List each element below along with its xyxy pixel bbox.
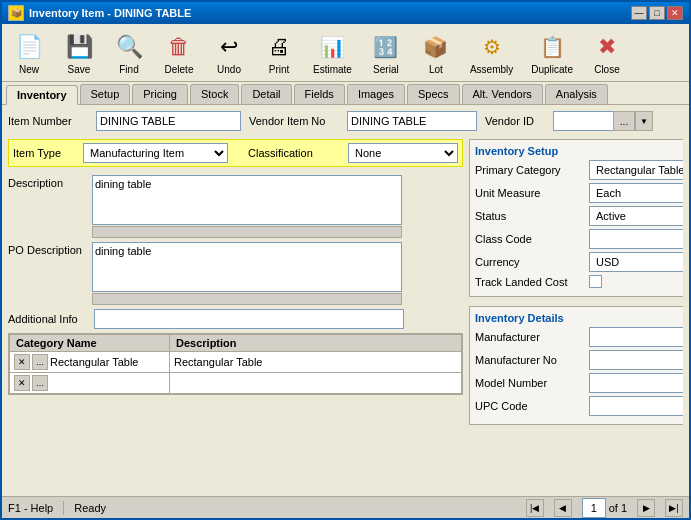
- nav-last-button[interactable]: ▶|: [665, 499, 683, 517]
- primary-category-select[interactable]: Rectangular Table: [589, 160, 683, 180]
- close-window-button[interactable]: ✕: [667, 6, 683, 20]
- description-area: Description dining table: [8, 175, 463, 238]
- assembly-button[interactable]: ⚙ Assembly: [463, 28, 520, 78]
- tab-pricing[interactable]: Pricing: [132, 84, 188, 104]
- currency-select[interactable]: USD: [589, 252, 683, 272]
- delete-button[interactable]: 🗑 Delete: [156, 28, 202, 78]
- category-row-0-dots-button[interactable]: ...: [32, 354, 48, 370]
- nav-first-button[interactable]: |◀: [526, 499, 544, 517]
- category-row-1-description: [170, 373, 462, 394]
- find-button[interactable]: 🔍 Find: [106, 28, 152, 78]
- track-landed-cost-checkbox[interactable]: [589, 275, 602, 288]
- status-row: Status Active Inactive: [475, 206, 683, 226]
- vendor-id-dots-button[interactable]: ...: [613, 111, 635, 131]
- page-total: 1: [621, 502, 627, 514]
- class-code-label: Class Code: [475, 233, 585, 245]
- item-number-label: Item Number: [8, 115, 88, 127]
- category-row-1-delete-button[interactable]: ✕: [14, 375, 30, 391]
- po-description-area: PO Description dining table: [8, 242, 463, 305]
- manufacturer-input[interactable]: [589, 327, 683, 347]
- category-row-1: ✕ ...: [10, 373, 462, 394]
- tab-alt-vendors[interactable]: Alt. Vendors: [462, 84, 543, 104]
- status-select[interactable]: Active Inactive: [589, 206, 683, 226]
- tab-inventory[interactable]: Inventory: [6, 85, 78, 105]
- tab-detail[interactable]: Detail: [241, 84, 291, 104]
- category-row-0-name-cell: ✕ ... Rectangular Table: [10, 352, 170, 373]
- tab-images[interactable]: Images: [347, 84, 405, 104]
- description-scrollbar[interactable]: [92, 226, 402, 238]
- category-row-1-dots-button[interactable]: ...: [32, 375, 48, 391]
- duplicate-button[interactable]: 📋 Duplicate: [524, 28, 580, 78]
- right-panel: Inventory Setup Primary Category Rectang…: [469, 139, 683, 490]
- item-type-select[interactable]: Manufacturing Item Non-Inventory Service…: [83, 143, 228, 163]
- upc-code-label: UPC Code: [475, 400, 585, 412]
- find-icon: 🔍: [113, 31, 145, 63]
- estimate-button[interactable]: 📊 Estimate: [306, 28, 359, 78]
- description-col-header: Description: [170, 335, 462, 352]
- category-table: Category Name Description ✕ ...: [9, 334, 462, 394]
- category-row-0-delete-button[interactable]: ✕: [14, 354, 30, 370]
- lot-button[interactable]: 📦 Lot: [413, 28, 459, 78]
- class-code-input[interactable]: [589, 229, 683, 249]
- vendor-item-no-label: Vendor Item No: [249, 115, 339, 127]
- status-label: Status: [475, 210, 585, 222]
- nav-next-button[interactable]: ▶: [637, 499, 655, 517]
- lot-label: Lot: [429, 64, 443, 75]
- nav-prev-button[interactable]: ◀: [554, 499, 572, 517]
- help-text: F1 - Help: [8, 502, 53, 514]
- po-description-label: PO Description: [8, 242, 88, 256]
- manufacturer-group: ... ▼: [589, 327, 683, 347]
- print-button[interactable]: 🖨 Print: [256, 28, 302, 78]
- tab-specs[interactable]: Specs: [407, 84, 460, 104]
- tab-setup[interactable]: Setup: [80, 84, 131, 104]
- item-type-row: Item Type Manufacturing Item Non-Invento…: [8, 139, 463, 167]
- category-row-0-buttons: ✕ ... Rectangular Table: [14, 354, 165, 370]
- model-number-label: Model Number: [475, 377, 585, 389]
- new-label: New: [19, 64, 39, 75]
- manufacturer-no-input[interactable]: [589, 350, 683, 370]
- po-description-scrollbar[interactable]: [92, 293, 402, 305]
- classification-select[interactable]: None: [348, 143, 458, 163]
- additional-info-input[interactable]: [94, 309, 404, 329]
- model-number-input[interactable]: [589, 373, 683, 393]
- category-row-1-name-cell: ✕ ...: [10, 373, 170, 394]
- unit-measure-label: Unit Measure: [475, 187, 585, 199]
- tab-analysis[interactable]: Analysis: [545, 84, 608, 104]
- unit-measure-select[interactable]: Each: [589, 183, 683, 203]
- maximize-button[interactable]: □: [649, 6, 665, 20]
- duplicate-label: Duplicate: [531, 64, 573, 75]
- currency-row: Currency USD: [475, 252, 683, 272]
- delete-label: Delete: [165, 64, 194, 75]
- app-icon: 📦: [8, 5, 24, 21]
- manufacturer-no-row: Manufacturer No: [475, 350, 683, 370]
- description-textarea[interactable]: dining table: [92, 175, 402, 225]
- upc-code-input[interactable]: [589, 396, 683, 416]
- duplicate-icon: 📋: [536, 31, 568, 63]
- minimize-button[interactable]: —: [631, 6, 647, 20]
- new-button[interactable]: 📄 New: [6, 28, 52, 78]
- category-row-0-name: Rectangular Table: [50, 356, 138, 368]
- page-number-input[interactable]: [582, 498, 606, 518]
- serial-button[interactable]: 🔢 Serial: [363, 28, 409, 78]
- undo-button[interactable]: ↩ Undo: [206, 28, 252, 78]
- vendor-id-dropdown-button[interactable]: ▼: [635, 111, 653, 131]
- status-bar: F1 - Help Ready |◀ ◀ of 1 ▶ ▶|: [2, 496, 689, 518]
- category-row-0-description: Rectangular Table: [170, 352, 462, 373]
- save-button[interactable]: 💾 Save: [56, 28, 102, 78]
- page-of: of: [609, 502, 618, 514]
- class-code-group: ... ▼: [589, 229, 683, 249]
- title-controls: — □ ✕: [631, 6, 683, 20]
- status-text: Ready: [74, 502, 106, 514]
- category-row-1-buttons: ✕ ...: [14, 375, 165, 391]
- po-description-textarea[interactable]: dining table: [92, 242, 402, 292]
- window-title: Inventory Item - DINING TABLE: [29, 7, 191, 19]
- vendor-id-input[interactable]: [553, 111, 613, 131]
- item-type-label: Item Type: [13, 147, 73, 159]
- tab-fields[interactable]: Fields: [294, 84, 345, 104]
- item-number-input[interactable]: [96, 111, 241, 131]
- tab-stock[interactable]: Stock: [190, 84, 240, 104]
- inventory-setup-section: Inventory Setup Primary Category Rectang…: [469, 139, 683, 297]
- close-button[interactable]: ✖ Close: [584, 28, 630, 78]
- print-icon: 🖨: [263, 31, 295, 63]
- vendor-item-no-input[interactable]: [347, 111, 477, 131]
